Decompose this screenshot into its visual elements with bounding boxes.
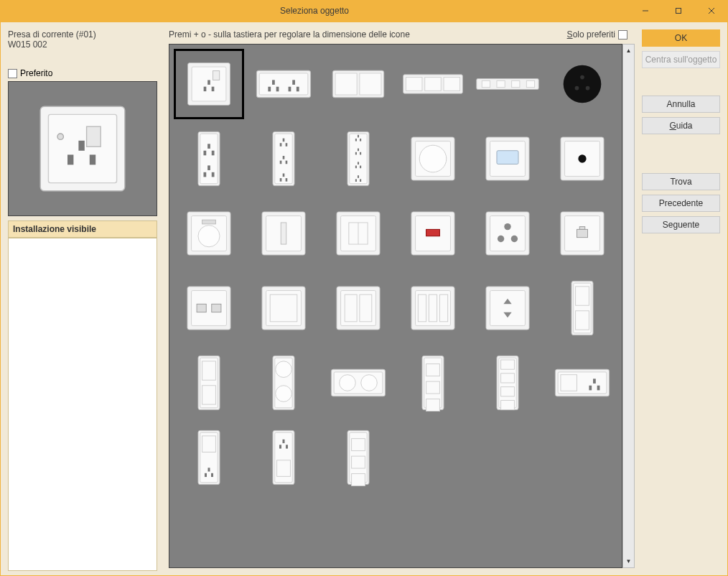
thumbnail-round-socket-black[interactable] — [547, 49, 617, 119]
help-button[interactable]: Guida — [642, 117, 720, 134]
thumbnail-display-panel[interactable] — [472, 124, 543, 194]
svg-point-26 — [575, 86, 579, 90]
thumbnail-socket-triple[interactable] — [398, 49, 468, 119]
thumbnail-socket-4v[interactable] — [323, 124, 393, 194]
svg-point-30 — [578, 154, 586, 162]
thumbnail-frame-3v-b[interactable] — [323, 422, 393, 493]
thumbnail-socket-switch-2v-b[interactable] — [248, 422, 319, 493]
icon-grid[interactable] — [169, 44, 622, 568]
thumbnail-switch-single[interactable] — [248, 198, 319, 269]
grid-wrap: ▲ ▼ — [169, 44, 635, 568]
thumbnail-ir-sensor[interactable] — [547, 124, 617, 194]
svg-rect-22 — [512, 80, 520, 87]
thumbnail-socket-2-wide[interactable] — [248, 49, 319, 119]
svg-rect-69 — [277, 460, 291, 477]
svg-rect-47 — [418, 294, 426, 322]
window-title: Seleziona oggetto — [0, 6, 629, 16]
thumbnail-rocker-2[interactable] — [323, 273, 393, 343]
thumbnail-dimmer-2gang[interactable] — [323, 348, 393, 418]
titlebar: Seleziona oggetto — [0, 0, 728, 22]
ok-button[interactable]: OK — [642, 29, 720, 47]
svg-rect-16 — [406, 78, 422, 91]
svg-rect-48 — [429, 294, 437, 322]
svg-rect-68 — [202, 436, 216, 452]
svg-rect-43 — [212, 304, 221, 312]
thumbnail-tv-sat[interactable] — [472, 198, 543, 269]
thumbnail-socket-1[interactable] — [174, 49, 244, 119]
thumbnail-socket-2v[interactable] — [174, 124, 244, 194]
svg-rect-7 — [67, 154, 73, 164]
svg-point-10 — [57, 134, 63, 139]
svg-rect-45 — [345, 294, 357, 322]
thumbnail-socket-3v[interactable] — [248, 124, 319, 194]
maximize-button[interactable] — [662, 0, 695, 22]
content: Presa di corrente (#01) W015 002 Preferi… — [0, 22, 728, 576]
svg-rect-61 — [426, 381, 440, 394]
svg-rect-55 — [202, 386, 216, 404]
svg-rect-67 — [561, 375, 577, 391]
thumbnail-switch-vertical-2[interactable] — [547, 273, 617, 343]
thumbnail-combo-socket-switch[interactable] — [547, 348, 617, 418]
minimize-button[interactable] — [629, 0, 662, 22]
favorites-only-row: Solo preferiti — [567, 29, 627, 40]
left-panel: Presa di corrente (#01) W015 002 Preferi… — [1, 22, 162, 575]
category-list[interactable] — [8, 238, 157, 571]
svg-rect-52 — [576, 287, 589, 305]
thumbnail-frame-3v[interactable] — [398, 348, 468, 418]
prev-button[interactable]: Precedente — [642, 195, 720, 212]
thumbnail-blind-updown[interactable] — [472, 273, 543, 343]
svg-point-37 — [504, 223, 510, 230]
favorite-label: Preferito — [20, 68, 52, 78]
thumbnail-thermostat-dial[interactable] — [174, 198, 244, 269]
thumbnail-rocker-3[interactable] — [398, 273, 468, 343]
thumbnail-rocker-1[interactable] — [248, 273, 319, 343]
svg-rect-9 — [78, 141, 84, 151]
svg-rect-14 — [360, 73, 381, 95]
thumbnail-dimmer-pair[interactable] — [248, 348, 319, 418]
close-button[interactable] — [695, 0, 728, 22]
svg-rect-36 — [426, 229, 440, 236]
cancel-button[interactable]: Annulla — [642, 96, 720, 113]
thumbnail-frame-4v[interactable] — [472, 348, 543, 418]
svg-rect-63 — [501, 360, 515, 369]
svg-point-27 — [586, 86, 590, 90]
find-button[interactable]: Trova — [642, 173, 720, 190]
center-on-object-button[interactable]: Centra sull'oggetto — [642, 51, 720, 68]
thumbnail-socket-double[interactable] — [323, 49, 393, 119]
thumbnail-switch-rocker-pair[interactable] — [174, 348, 244, 418]
svg-rect-72 — [352, 474, 365, 486]
svg-rect-64 — [501, 373, 515, 383]
thumbnail-red-indicator[interactable] — [398, 198, 468, 269]
thumbnail-socket-switch-2v[interactable] — [174, 422, 244, 493]
svg-point-38 — [498, 236, 504, 242]
svg-rect-29 — [497, 151, 518, 164]
thumbnail-blind-switch[interactable] — [323, 198, 393, 269]
svg-rect-53 — [576, 311, 589, 330]
zoom-hint: Premi + o - sulla tastiera per regolare … — [169, 29, 567, 40]
svg-rect-20 — [482, 80, 490, 87]
svg-point-24 — [564, 65, 602, 103]
svg-rect-21 — [497, 80, 505, 87]
next-button[interactable]: Seguente — [642, 216, 720, 233]
svg-point-59 — [361, 375, 378, 391]
center-header: Premi + o - sulla tastiera per regolare … — [169, 29, 635, 40]
svg-rect-66 — [501, 400, 515, 409]
favorite-checkbox[interactable] — [8, 69, 17, 78]
svg-rect-44 — [270, 294, 297, 322]
thumbnail-dimmer-round[interactable] — [398, 124, 468, 194]
scrollbar[interactable]: ▲ ▼ — [622, 44, 635, 568]
thumbnail-socket-quad-strip[interactable] — [472, 49, 543, 119]
svg-rect-49 — [439, 294, 447, 322]
svg-point-57 — [276, 386, 292, 402]
thumbnail-rj45[interactable] — [547, 198, 617, 269]
thumbnail-rj45-double[interactable] — [174, 273, 244, 343]
scroll-up-icon[interactable]: ▲ — [623, 45, 634, 57]
scroll-down-icon[interactable]: ▼ — [623, 555, 634, 567]
svg-point-39 — [511, 236, 518, 242]
category-label: Installazione visibile — [13, 224, 96, 234]
svg-rect-23 — [526, 80, 534, 87]
svg-rect-41 — [579, 227, 585, 230]
favorites-only-checkbox[interactable] — [618, 30, 627, 40]
svg-point-31 — [198, 226, 220, 247]
category-row[interactable]: Installazione visibile — [8, 220, 157, 238]
